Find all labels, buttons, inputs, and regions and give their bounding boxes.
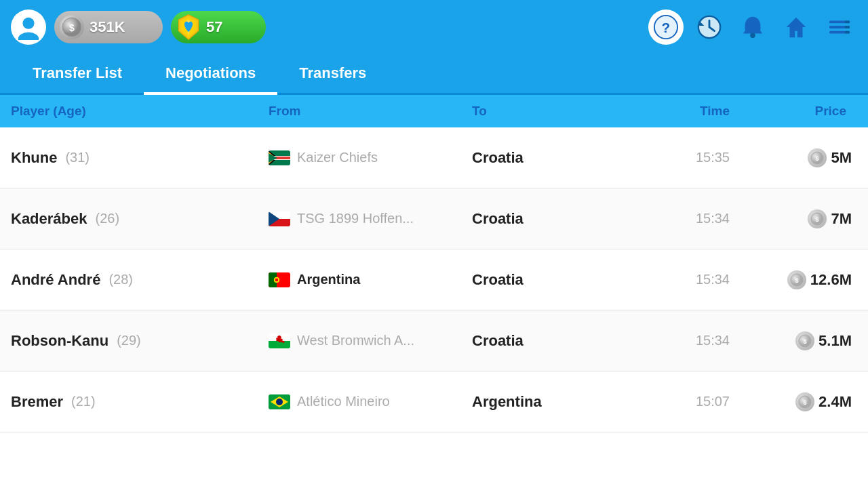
to-cell: Croatia <box>472 332 635 350</box>
time-cell: 15:34 <box>635 211 730 226</box>
flag-icon <box>269 272 290 287</box>
price-value: 5M <box>831 149 852 167</box>
help-button[interactable]: ? <box>648 9 684 45</box>
from-team: TSG 1899 Hoffen... <box>297 211 414 226</box>
svg-rect-15 <box>845 21 850 24</box>
table-row[interactable]: Kaderábek (26) TSG 1899 Hoffen... Croati… <box>0 188 868 249</box>
player-age: (28) <box>108 272 133 287</box>
tab-negotiations[interactable]: Negotiations <box>144 54 277 95</box>
player-age: (31) <box>65 150 90 165</box>
table-row[interactable]: André André (28) Argentina Croatia 15:34… <box>0 249 868 310</box>
svg-text:$: $ <box>816 155 819 162</box>
time-cell: 15:07 <box>635 394 730 409</box>
price-coin-icon: $ <box>787 270 806 289</box>
time-cell: 15:34 <box>635 272 730 287</box>
price-cell: $ 5M <box>730 148 857 167</box>
col-header-from: From <box>269 104 472 119</box>
price-cell: $ 7M <box>730 209 857 228</box>
svg-text:$: $ <box>816 216 819 223</box>
player-cell: Robson-Kanu (29) <box>11 332 269 350</box>
svg-rect-17 <box>845 31 850 34</box>
loyalty-pill[interactable]: 57 <box>171 11 266 43</box>
svg-marker-11 <box>787 18 806 37</box>
to-cell: Croatia <box>472 271 635 289</box>
tab-transfers[interactable]: Transfers <box>277 54 388 95</box>
svg-point-0 <box>22 18 34 29</box>
col-header-to: To <box>472 104 635 119</box>
price-coin-icon: $ <box>808 148 827 167</box>
to-cell: Argentina <box>472 393 635 411</box>
svg-point-10 <box>750 33 755 39</box>
price-value: 12.6M <box>810 271 852 289</box>
price-coin-icon: $ <box>808 209 827 228</box>
player-name: Bremer <box>11 393 63 411</box>
flag-icon <box>269 394 290 409</box>
svg-text:$: $ <box>804 399 807 406</box>
price-cell: $ 2.4M <box>730 392 857 411</box>
avatar-icon[interactable] <box>11 9 46 45</box>
currency-value: 351K <box>90 18 125 36</box>
player-age: (29) <box>117 333 141 348</box>
player-cell: Kaderábek (26) <box>11 210 269 228</box>
price-value: 2.4M <box>818 393 852 411</box>
currency-pill[interactable]: $ 351K <box>54 11 163 43</box>
from-team: West Bromwich A... <box>297 333 414 348</box>
price-cell: $ 5.1M <box>730 331 857 350</box>
svg-point-44 <box>276 399 283 405</box>
table-row[interactable]: Robson-Kanu (29) West Bromwich A... Croa… <box>0 310 868 371</box>
col-header-time: Time <box>635 104 730 119</box>
table-header: Player (Age) From To Time Price <box>0 95 868 127</box>
player-cell: Bremer (21) <box>11 393 269 411</box>
time-cell: 15:35 <box>635 150 730 165</box>
flag-icon <box>269 150 290 165</box>
svg-rect-16 <box>845 26 850 28</box>
player-cell: Khune (31) <box>11 149 269 167</box>
from-cell: Atlético Mineiro <box>269 394 472 409</box>
loyalty-gem-icon <box>175 12 202 42</box>
home-button[interactable] <box>778 9 814 45</box>
price-value: 5.1M <box>818 332 852 350</box>
from-team: Argentina <box>297 272 360 287</box>
svg-text:?: ? <box>662 20 671 35</box>
svg-text:$: $ <box>69 22 75 33</box>
table-row[interactable]: Bremer (21) Atlético Mineiro Argentina 1… <box>0 371 868 432</box>
from-cell: Argentina <box>269 272 472 287</box>
player-age: (21) <box>71 394 96 409</box>
history-button[interactable] <box>692 9 727 45</box>
player-name: Kaderábek <box>11 210 87 228</box>
svg-text:$: $ <box>795 277 798 284</box>
nav-tabs: Transfer List Negotiations Transfers <box>0 54 868 95</box>
from-cell: West Bromwich A... <box>269 333 472 348</box>
price-value: 7M <box>831 210 852 228</box>
top-bar: $ 351K 57 ? <box>0 0 868 54</box>
table-row[interactable]: Khune (31) Kaizer Chiefs Croatia 15:35 $ <box>0 127 868 188</box>
flag-icon <box>269 333 290 348</box>
svg-text:$: $ <box>804 338 807 345</box>
price-coin-icon: $ <box>795 392 814 411</box>
player-name: Robson-Kanu <box>11 332 108 350</box>
loyalty-value: 57 <box>206 18 222 36</box>
from-team: Atlético Mineiro <box>297 394 390 409</box>
to-cell: Croatia <box>472 149 635 167</box>
player-cell: André André (28) <box>11 271 269 289</box>
col-header-player: Player (Age) <box>11 104 269 119</box>
player-age: (26) <box>96 211 120 226</box>
price-cell: $ 12.6M <box>730 270 857 289</box>
col-header-price: Price <box>730 104 857 119</box>
svg-point-1 <box>18 33 39 40</box>
tab-transfer-list[interactable]: Transfer List <box>11 54 144 95</box>
currency-coin-icon: $ <box>60 15 84 39</box>
flag-icon <box>269 211 290 226</box>
from-cell: Kaizer Chiefs <box>269 150 472 165</box>
menu-button[interactable] <box>822 9 857 45</box>
to-cell: Croatia <box>472 210 635 228</box>
price-coin-icon: $ <box>795 331 814 350</box>
notifications-button[interactable] <box>735 9 770 45</box>
from-team: Kaizer Chiefs <box>297 150 378 165</box>
time-cell: 15:34 <box>635 333 730 348</box>
player-name: André André <box>11 271 100 289</box>
table-body: Khune (31) Kaizer Chiefs Croatia 15:35 $ <box>0 127 868 432</box>
from-cell: TSG 1899 Hoffen... <box>269 211 472 226</box>
player-name: Khune <box>11 149 57 167</box>
